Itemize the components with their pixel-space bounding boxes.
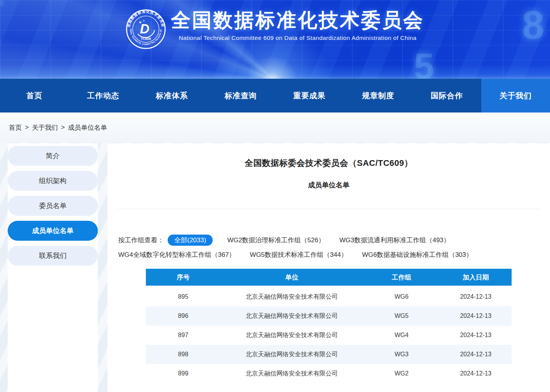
breadcrumb-link[interactable]: 成员单位名单 (68, 123, 107, 132)
content-area: 简介组织架构委员名单成员单位名单联系我们 全国数据标委会技术委员会（SAC/TC… (0, 142, 550, 392)
sidebar-item[interactable]: 成员单位名单 (8, 221, 98, 241)
filter-options-row1: 全部(2033)WG2数据治理标准工作组（526）WG3数据流通利用标准工作组（… (168, 235, 450, 246)
filter-row-1: 按工作组查看： 全部(2033)WG2数据治理标准工作组（526）WG3数据流通… (118, 235, 550, 246)
col-header-index: 序号 (146, 273, 220, 282)
filter-label: 按工作组查看： (118, 236, 164, 245)
cell-workgroup: WG4 (363, 332, 440, 339)
table-row: 898 北京天融信网络安全技术有限公司 WG3 2024-12-13 (146, 345, 512, 364)
sidebar-item[interactable]: 联系我们 (8, 246, 98, 266)
filter-row-2: WG4全域数字化转型标准工作组（367）WG5数据技术标准工作组（344）WG6… (118, 250, 550, 259)
banner-text: 全国数据标准化技术委员会 National Technical Committe… (171, 9, 424, 41)
logo-code: TC609 (140, 37, 151, 41)
filter-option[interactable]: 全部(2033) (168, 235, 213, 246)
table-row: 897 北京天融信网络安全技术有限公司 WG4 2024-12-13 (146, 326, 512, 345)
filter-option[interactable]: WG4全域数字化转型标准工作组（367） (118, 250, 235, 259)
table-row: 896 北京天融信网络安全技术有限公司 WG5 2024-12-13 (146, 306, 512, 326)
nav-item[interactable]: 国际合作 (413, 79, 481, 112)
table-row: 899 北京天融信网络安全技术有限公司 WG2 2024-12-13 (146, 364, 512, 383)
breadcrumb-link[interactable]: 关于我们 (32, 123, 58, 132)
nav-item[interactable]: 标准体系 (137, 79, 206, 112)
cell-index: 898 (146, 351, 220, 358)
breadcrumb-segment: 关于我们 > (32, 123, 68, 132)
header-banner: 588 全国数据标准化技术委员会 NATIONAL TECHNICAL COMM… (0, 0, 550, 79)
site-title: 全国数据标准化技术委员会 (171, 9, 424, 32)
breadcrumb-segment: 成员单位名单 (68, 123, 107, 132)
cell-join-date: 2024-12-13 (440, 313, 512, 319)
breadcrumb-link[interactable]: 首页 (9, 123, 22, 132)
nav-item[interactable]: 工作动态 (69, 79, 137, 112)
cell-join-date: 2024-12-13 (440, 293, 512, 300)
workgroup-filters: 按工作组查看： 全部(2033)WG2数据治理标准工作组（526）WG3数据流通… (118, 235, 550, 259)
breadcrumb-separator: > (61, 124, 65, 131)
breadcrumb-separator: > (25, 124, 29, 131)
table-row: 895 北京天融信网络安全技术有限公司 WG6 2024-12-13 (146, 287, 512, 306)
cell-unit: 北京天融信网络安全技术有限公司 (220, 370, 363, 378)
committee-logo[interactable]: 全国数据标准化技术委员会 NATIONAL TECHNICAL COMMITTE… (126, 9, 166, 49)
breadcrumb-segment: 首页 > (9, 123, 32, 132)
logo-center-letter: D (140, 22, 149, 36)
nav-item[interactable]: 首页 (0, 79, 69, 112)
cell-join-date: 2024-12-13 (440, 332, 512, 339)
cell-join-date: 2024-12-13 (440, 370, 512, 377)
sidebar-item[interactable]: 组织架构 (8, 171, 98, 191)
decorative-digit: 5 (414, 45, 434, 79)
nav-item[interactable]: 重要成果 (275, 79, 344, 112)
cell-unit: 北京天融信网络安全技术有限公司 (220, 351, 363, 359)
cell-index: 896 (146, 313, 220, 319)
nav-item[interactable]: 标准查询 (206, 79, 275, 112)
member-table: 序号 单位 工作组 加入日期 895 北京天融信网络安全技术有限公司 WG6 2… (146, 269, 512, 383)
breadcrumb: 首页 > 关于我们 > 成员单位名单 (0, 112, 550, 142)
cell-workgroup: WG5 (363, 313, 440, 319)
site-subtitle: National Technical Committee 609 on Data… (171, 35, 424, 41)
page-subtitle: 成员单位名单 (107, 180, 550, 190)
divider (118, 209, 539, 209)
filter-option[interactable]: WG6数据基础设施标准工作组（303） (362, 250, 472, 259)
cell-workgroup: WG2 (363, 370, 440, 377)
main-nav: 首页工作动态标准体系标准查询重要成果规章制度国际合作关于我们 (0, 79, 550, 112)
sidebar-menu: 简介组织架构委员名单成员单位名单联系我们 (8, 143, 98, 392)
cell-index: 899 (146, 370, 220, 377)
sidebar-item[interactable]: 委员名单 (8, 196, 98, 216)
cell-unit: 北京天融信网络安全技术有限公司 (220, 293, 363, 301)
cell-index: 897 (146, 332, 220, 339)
cell-unit: 北京天融信网络安全技术有限公司 (220, 312, 363, 320)
sidebar-item[interactable]: 简介 (8, 146, 98, 166)
nav-item[interactable]: 关于我们 (481, 79, 550, 112)
col-header-unit: 单位 (220, 273, 363, 282)
col-header-workgroup: 工作组 (363, 273, 440, 282)
col-header-join-date: 加入日期 (440, 273, 512, 282)
cell-workgroup: WG3 (363, 351, 440, 358)
cell-workgroup: WG6 (363, 293, 440, 300)
table-header-row: 序号 单位 工作组 加入日期 (146, 269, 512, 286)
banner-lockup: 全国数据标准化技术委员会 NATIONAL TECHNICAL COMMITTE… (0, 9, 550, 49)
cell-join-date: 2024-12-13 (440, 351, 512, 358)
cell-unit: 北京天融信网络安全技术有限公司 (220, 331, 363, 339)
cell-index: 895 (146, 293, 220, 300)
filter-options-row2: WG4全域数字化转型标准工作组（367）WG5数据技术标准工作组（344）WG6… (118, 250, 472, 259)
filter-option[interactable]: WG2数据治理标准工作组（526） (227, 236, 325, 245)
decorative-digit: 8 (0, 0, 3, 7)
table-body: 895 北京天融信网络安全技术有限公司 WG6 2024-12-13 896 北… (146, 287, 512, 383)
page-title: 全国数据标委会技术委员会（SAC/TC609） (107, 157, 550, 169)
nav-item[interactable]: 规章制度 (344, 79, 413, 112)
committee-logo-seal: 全国数据标准化技术委员会 NATIONAL TECHNICAL COMMITTE… (126, 9, 166, 49)
filter-option[interactable]: WG3数据流通利用标准工作组（493） (339, 236, 450, 245)
filter-option[interactable]: WG5数据技术标准工作组（344） (250, 250, 347, 259)
main-panel: 全国数据标委会技术委员会（SAC/TC609） 成员单位名单 按工作组查看： 全… (107, 143, 550, 392)
